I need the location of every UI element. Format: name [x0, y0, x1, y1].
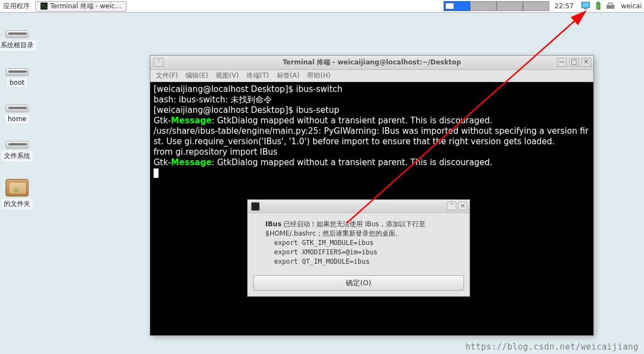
terminal-menubar: 文件(F) 编辑(E) 视图(V) 终端(T) 标签(A) 帮助(H) [150, 70, 593, 82]
taskbar-item-terminal[interactable]: Terminal 终端 - weic… [35, 1, 127, 12]
dialog-body: IBus 已经启动！如果您无法使用 IBus，添加以下行至 $HOME/.bas… [248, 213, 470, 272]
desktop-icon-label: home [6, 115, 29, 123]
task-label: Terminal 终端 - weic… [50, 2, 122, 11]
desktop-icon-folder[interactable]: ⌂ 的文件夹 [0, 179, 34, 209]
user-menu[interactable]: weicai [619, 2, 644, 10]
panel-clock[interactable]: 22:57 [549, 2, 580, 10]
terminal-command: ibus-switch [296, 84, 342, 94]
drive-icon [6, 105, 29, 112]
svg-rect-0 [582, 2, 590, 8]
desktop-icon-label: 系统根目录 [0, 40, 36, 51]
dialog-code-line: export GTK_IM_MODULE=ibus [265, 238, 460, 248]
svg-rect-1 [584, 8, 587, 9]
dialog-close-button[interactable]: × [458, 201, 467, 210]
desktop-icon-label: boot [7, 78, 26, 87]
display-icon[interactable] [581, 2, 592, 10]
desktop-icon-label: 的文件夹 [2, 199, 32, 209]
svg-rect-2 [597, 3, 600, 9]
terminal-highlight: Message [171, 116, 212, 126]
terminal-cursor [154, 168, 159, 178]
dialog-ok-button[interactable]: 确定(O) [253, 275, 464, 291]
desktop-icon-boot[interactable]: boot [0, 68, 34, 87]
terminal-line: Gtk- [154, 116, 171, 126]
watermark: https://blog.csdn.net/weicaijiang [465, 342, 638, 352]
terminal-command: ibus-setup [296, 105, 339, 115]
folder-icon: ⌂ [6, 179, 29, 197]
menu-edit[interactable]: 编辑(E) [185, 71, 208, 80]
terminal-prompt: [weicaijiang@localhost Desktop]$ [154, 105, 296, 115]
terminal-prompt: [weicaijiang@localhost Desktop]$ [154, 84, 296, 94]
terminal-line: : GtkDialog mapped without a transient p… [212, 116, 493, 126]
desktop-icon-home[interactable]: home [0, 105, 34, 123]
terminal-line: from gi.repository import IBus [154, 147, 277, 157]
desktop-icon-label: 文件系统 [2, 151, 32, 161]
menu-file[interactable]: 文件(F) [156, 71, 178, 80]
dialog-text: 已经启动！如果您无法使用 IBus，添加以下行至 $HOME/.bashrc；然… [265, 220, 425, 237]
terminal-line: : GtkDialog mapped without a transient p… [212, 157, 493, 167]
desktop-icon-filesystem[interactable]: 文件系统 [0, 141, 34, 161]
menu-view[interactable]: 视图(V) [216, 71, 239, 80]
battery-icon[interactable] [593, 2, 604, 10]
system-tray [579, 2, 619, 10]
svg-rect-5 [608, 3, 613, 6]
ibus-dialog: ˄ × IBus 已经启动！如果您无法使用 IBus，添加以下行至 $HOME/… [247, 199, 470, 297]
workspace-4[interactable] [523, 1, 549, 11]
menu-help[interactable]: 帮助(H) [307, 71, 330, 80]
menu-tabs[interactable]: 标签(A) [277, 71, 300, 80]
window-titlebar[interactable]: ˄ Terminal 终端 - weicaijiang@localhost:~/… [150, 56, 593, 70]
dialog-icon [251, 202, 260, 211]
desktop-icons: 系统根目录 boot home 文件系统 ⌂ 的文件夹 [0, 30, 34, 209]
dialog-up-button[interactable]: ˄ [447, 201, 456, 210]
window-up-button[interactable]: ˄ [154, 58, 163, 67]
dialog-code-line: export XMODIFIERS=@im=ibus [265, 248, 460, 257]
desktop-icon-rootfs[interactable]: 系统根目录 [0, 30, 34, 51]
dialog-text-bold: IBus [265, 220, 281, 228]
svg-rect-3 [598, 2, 599, 3]
window-title: Terminal 终端 - weicaijiang@localhost:~/De… [282, 58, 461, 67]
print-icon[interactable] [605, 2, 616, 10]
terminal-highlight: Message [171, 157, 212, 167]
terminal-line: /usr/share/ibus-table/engine/main.py:25:… [154, 126, 588, 146]
window-maximize-button[interactable]: □ [569, 58, 579, 67]
workspace-switcher[interactable] [444, 1, 549, 11]
workspace-2[interactable] [470, 1, 496, 11]
workspace-1[interactable] [444, 1, 470, 11]
top-panel: 应用程序 Terminal 终端 - weic… 22:57 weicai [0, 0, 644, 13]
window-minimize-button[interactable]: — [557, 58, 567, 67]
drive-icon [6, 141, 29, 149]
dialog-code-line: export QT_IM_MODULE=ibus [265, 257, 460, 266]
window-close-button[interactable]: × [581, 58, 591, 67]
workspace-3[interactable] [496, 1, 523, 11]
applications-menu[interactable]: 应用程序 [0, 2, 33, 11]
dialog-titlebar[interactable]: ˄ × [248, 200, 470, 213]
terminal-icon [40, 2, 48, 10]
drive-icon [6, 68, 29, 76]
terminal-line: bash: ibus-switch: 未找到命令 [154, 95, 272, 105]
menu-terminal[interactable]: 终端(T) [247, 71, 269, 80]
terminal-line: Gtk- [154, 157, 171, 167]
drive-icon [6, 30, 29, 38]
